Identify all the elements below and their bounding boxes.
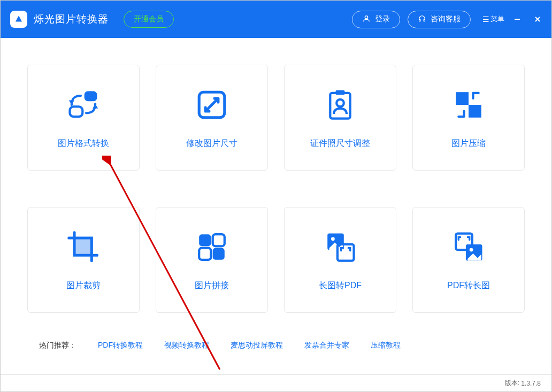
hot-recommend-row: 热门推荐： PDF转换教程 视频转换教程 麦思动投屏教程 发票合并专家 压缩教程 [26, 341, 526, 350]
svg-rect-12 [74, 238, 91, 255]
card-label: 图片裁剪 [66, 280, 101, 291]
card-compress[interactable]: 图片压缩 [412, 65, 525, 171]
svg-rect-15 [199, 248, 211, 259]
svg-rect-4 [85, 91, 97, 101]
user-icon [362, 14, 371, 25]
support-button[interactable]: 咨询客服 [408, 11, 471, 28]
app-logo [10, 11, 27, 28]
svg-point-0 [365, 16, 367, 18]
version-label: 版本: [505, 379, 519, 388]
compress-icon [450, 87, 487, 123]
menu-label: 菜单 [490, 14, 504, 24]
version-value: 1.3.7.8 [521, 380, 541, 387]
card-label: PDF转长图 [447, 280, 490, 291]
hot-link-invoice[interactable]: 发票合并专家 [304, 341, 349, 350]
svg-point-18 [331, 237, 335, 241]
svg-rect-10 [336, 90, 345, 95]
grid-icon [194, 229, 230, 265]
minimize-icon [513, 16, 521, 23]
hot-link-pdf[interactable]: PDF转换教程 [98, 341, 143, 350]
card-crop[interactable]: 图片裁剪 [27, 207, 140, 313]
hot-link-video[interactable]: 视频转换教程 [164, 341, 209, 350]
vip-button[interactable]: 开通会员 [124, 11, 174, 28]
convert-icon [65, 87, 102, 123]
svg-rect-16 [213, 248, 225, 259]
svg-rect-5 [70, 106, 83, 117]
login-button[interactable]: 登录 [352, 11, 400, 28]
hot-link-cast[interactable]: 麦思动投屏教程 [231, 341, 283, 350]
headset-icon [418, 14, 426, 25]
content-area: 图片格式转换 修改图片尺寸 [1, 38, 551, 374]
titlebar: 烁光图片转换器 开通会员 登录 咨询客服 ☰ 菜单 [1, 1, 551, 38]
doc-to-image-icon [450, 229, 487, 265]
svg-marker-7 [93, 104, 98, 109]
svg-rect-13 [199, 234, 211, 246]
id-photo-icon [322, 87, 358, 123]
card-label: 修改图片尺寸 [186, 138, 237, 149]
image-to-doc-icon [322, 229, 358, 265]
support-label: 咨询客服 [431, 14, 461, 24]
crop-icon [65, 229, 102, 265]
hot-link-compress[interactable]: 压缩教程 [371, 341, 401, 350]
svg-point-11 [336, 99, 344, 106]
card-label: 长图转PDF [319, 280, 362, 291]
status-bar: 版本: 1.3.7.8 [1, 374, 551, 391]
card-label: 证件照尺寸调整 [310, 138, 370, 149]
card-label: 图片拼接 [195, 280, 229, 291]
hamburger-icon: ☰ [482, 15, 488, 24]
resize-icon [194, 87, 230, 123]
login-label: 登录 [375, 14, 390, 24]
card-label: 图片压缩 [451, 138, 486, 149]
close-icon [534, 16, 541, 23]
app-window: 烁光图片转换器 开通会员 登录 咨询客服 ☰ 菜单 [1, 1, 551, 391]
card-pdf-to-long[interactable]: PDF转长图 [412, 207, 525, 313]
hot-label: 热门推荐： [39, 341, 76, 350]
card-label: 图片格式转换 [58, 138, 109, 149]
svg-marker-6 [69, 100, 74, 105]
card-id-photo[interactable]: 证件照尺寸调整 [284, 65, 396, 171]
app-title: 烁光图片转换器 [34, 12, 109, 26]
card-stitch[interactable]: 图片拼接 [156, 207, 268, 313]
feature-grid: 图片格式转换 修改图片尺寸 [26, 65, 526, 313]
svg-point-22 [470, 248, 473, 251]
minimize-button[interactable] [510, 12, 525, 27]
card-resize[interactable]: 修改图片尺寸 [156, 65, 268, 171]
menu-button[interactable]: ☰ 菜单 [482, 14, 504, 24]
card-format-convert[interactable]: 图片格式转换 [27, 65, 140, 171]
svg-rect-14 [213, 234, 225, 246]
card-long-to-pdf[interactable]: 长图转PDF [284, 207, 396, 313]
close-button[interactable] [530, 12, 545, 27]
